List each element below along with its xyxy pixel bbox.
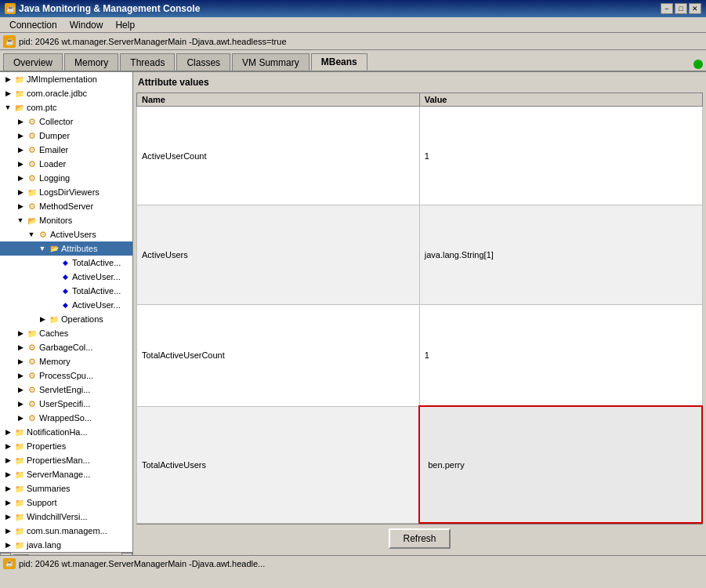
tree-node-dumper[interactable]: ▶ ⚙ Dumper [0, 129, 132, 143]
attr-name-cell: ActiveUsers [137, 205, 420, 304]
tree-node-methodserver[interactable]: ▶ ⚙ MethodServer [0, 199, 132, 213]
tree-node-logsdirviewers[interactable]: ▶ 📁 LogsDirViewers [0, 185, 132, 199]
expand-notificationha[interactable]: ▶ [3, 427, 13, 437]
expand-attributes[interactable]: ▼ [38, 244, 47, 253]
tab-vmsummary[interactable]: VM Summary [232, 53, 310, 71]
tree-node-garbagecol[interactable]: ▶ ⚙ GarbageCol... [0, 340, 132, 354]
maximize-button[interactable]: □ [675, 3, 687, 14]
table-row[interactable]: ActiveUsersjava.lang.String[1] [137, 205, 703, 304]
tree-node-servletengine[interactable]: ▶ ⚙ ServletEngi... [0, 383, 132, 397]
scroll-right-arrow[interactable]: ▶ [121, 553, 132, 556]
menu-help[interactable]: Help [109, 18, 141, 32]
expand-userspecific[interactable]: ▶ [16, 399, 25, 408]
refresh-button[interactable]: Refresh [389, 528, 450, 549]
attr-name-cell: TotalActiveUserCount [137, 304, 420, 406]
folder-icon-com-oracle: 📁 [14, 88, 25, 99]
folder-icon-monitors: 📂 [27, 215, 38, 226]
expand-windchillversi[interactable]: ▶ [3, 512, 13, 521]
tab-threads[interactable]: Threads [120, 53, 175, 71]
sidebar-scroll[interactable]: ▶ 📁 JMImplementation ▶ 📁 com.oracle.jdbc… [0, 72, 132, 552]
expand-java-lang[interactable]: ▶ [3, 540, 13, 550]
expand-properties[interactable]: ▶ [3, 441, 13, 451]
table-row[interactable]: TotalActiveUserCount1 [137, 304, 703, 406]
expand-servletengine[interactable]: ▶ [16, 385, 25, 394]
tree-node-userspecific[interactable]: ▶ ⚙ UserSpecifi... [0, 397, 132, 411]
gear-icon-loader: ⚙ [27, 158, 38, 169]
menu-bar: Connection Window Help [0, 17, 706, 33]
tree-node-activeusers-attr[interactable]: ◆ ActiveUser... [0, 270, 132, 284]
tree-node-processcpu[interactable]: ▶ ⚙ ProcessCpu... [0, 368, 132, 383]
window-controls[interactable]: − □ ✕ [661, 3, 701, 14]
tree-node-com-sun[interactable]: ▶ 📁 com.sun.managem... [0, 524, 132, 538]
expand-operations[interactable]: ▶ [38, 314, 47, 324]
expand-jmimplementation[interactable]: ▶ [3, 74, 13, 84]
expand-activeusers[interactable]: ▼ [27, 230, 36, 239]
tree-node-totalactiveusers-attr[interactable]: ◆ TotalActive... [0, 256, 132, 270]
tree-node-loader[interactable]: ▶ ⚙ Loader [0, 157, 132, 171]
folder-icon-windchillversi: 📁 [14, 511, 25, 522]
expand-loader[interactable]: ▶ [16, 159, 25, 169]
tree-node-caches[interactable]: ▶ 📁 Caches [0, 326, 132, 340]
expand-methodserver[interactable]: ▶ [16, 201, 25, 211]
expand-support[interactable]: ▶ [3, 498, 13, 507]
scroll-left-arrow[interactable]: ◀ [0, 553, 11, 556]
tree-node-support[interactable]: ▶ 📁 Support [0, 495, 132, 510]
attr-value-cell[interactable]: ben.perry [419, 406, 702, 523]
tree-node-summaries[interactable]: ▶ 📁 Summaries [0, 481, 132, 495]
close-button[interactable]: ✕ [689, 3, 701, 14]
expand-propertiesmar[interactable]: ▶ [3, 456, 13, 465]
tree-node-collector[interactable]: ▶ ⚙ Collector [0, 114, 132, 129]
sidebar-horizontal-scroll[interactable]: ◀ ▶ [0, 552, 132, 555]
menu-connection[interactable]: Connection [3, 18, 63, 32]
tree-node-memory[interactable]: ▶ ⚙ Memory [0, 354, 132, 368]
tab-mbeans[interactable]: MBeans [311, 53, 367, 71]
expand-garbagecol[interactable]: ▶ [16, 343, 25, 352]
tree-node-java-lang[interactable]: ▶ 📁 java.lang [0, 538, 132, 552]
tab-classes[interactable]: Classes [176, 53, 230, 71]
leaf-icon-activeuser1: ◆ [60, 271, 71, 282]
expand-summaries[interactable]: ▶ [3, 484, 13, 493]
tree-node-servermanage[interactable]: ▶ 📁 ServerManage... [0, 467, 132, 481]
tree-node-windchillversi[interactable]: ▶ 📁 WindchillVersi... [0, 510, 132, 524]
expand-logsdirviewers[interactable]: ▶ [16, 187, 25, 197]
window-title: Java Monitoring & Management Console [19, 3, 200, 14]
tree-node-attributes[interactable]: ▼ 📂 Attributes [0, 241, 132, 256]
scroll-thumb[interactable] [13, 554, 29, 556]
tab-bar: Overview Memory Threads Classes VM Summa… [0, 50, 706, 72]
expand-com-ptc[interactable]: ▼ [3, 103, 13, 112]
expand-wrappedso[interactable]: ▶ [16, 413, 25, 423]
expand-com-sun[interactable]: ▶ [3, 526, 13, 535]
expand-emailer[interactable]: ▶ [16, 145, 25, 154]
expand-dumper[interactable]: ▶ [16, 131, 25, 140]
expand-collector[interactable]: ▶ [16, 117, 25, 126]
tree-node-totalactive2-attr[interactable]: ◆ TotalActive... [0, 284, 132, 298]
expand-caches[interactable]: ▶ [16, 328, 25, 338]
tree-node-wrappedso[interactable]: ▶ ⚙ WrappedSo... [0, 411, 132, 425]
table-row[interactable]: TotalActiveUsersben.perry [137, 406, 703, 523]
tab-memory[interactable]: Memory [64, 53, 118, 71]
tree-node-activeusers2-attr[interactable]: ◆ ActiveUser... [0, 298, 132, 312]
expand-servermanage[interactable]: ▶ [3, 470, 13, 479]
tree-node-com-ptc[interactable]: ▼ 📂 com.ptc [0, 100, 132, 114]
tree-node-notificationha[interactable]: ▶ 📁 NotificationHa... [0, 425, 132, 439]
expand-com-oracle-jdbc[interactable]: ▶ [3, 89, 13, 98]
gear-icon-logging: ⚙ [27, 172, 38, 183]
tree-node-logging[interactable]: ▶ ⚙ Logging [0, 171, 132, 185]
tree-node-com-oracle-jdbc[interactable]: ▶ 📁 com.oracle.jdbc [0, 86, 132, 100]
expand-memory[interactable]: ▶ [16, 357, 25, 366]
tab-overview[interactable]: Overview [3, 53, 63, 71]
menu-window[interactable]: Window [63, 18, 110, 32]
expand-logging[interactable]: ▶ [16, 173, 25, 183]
tree-node-jmimplementation[interactable]: ▶ 📁 JMImplementation [0, 72, 132, 86]
tree-node-propertiesmar[interactable]: ▶ 📁 PropertiesMan... [0, 453, 132, 467]
expand-processcpu[interactable]: ▶ [16, 371, 25, 380]
minimize-button[interactable]: − [661, 3, 673, 14]
tree-node-operations[interactable]: ▶ 📁 Operations [0, 312, 132, 326]
expand-monitors[interactable]: ▼ [16, 216, 25, 225]
scroll-track[interactable] [12, 554, 121, 556]
tree-node-monitors[interactable]: ▼ 📂 Monitors [0, 213, 132, 227]
tree-node-activeusers[interactable]: ▼ ⚙ ActiveUsers [0, 227, 132, 241]
tree-node-emailer[interactable]: ▶ ⚙ Emailer [0, 143, 132, 157]
table-row[interactable]: ActiveUserCount1 [137, 107, 703, 205]
tree-node-properties[interactable]: ▶ 📁 Properties [0, 439, 132, 453]
